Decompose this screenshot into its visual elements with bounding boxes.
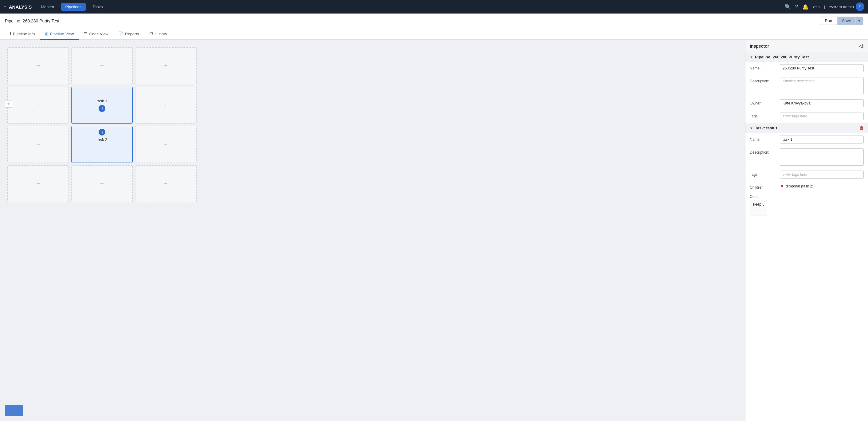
tab-pipeline-info-label: Pipeline Info: [13, 32, 35, 36]
task-name-input[interactable]: [780, 136, 864, 144]
pipeline-owner-label: Owner:: [750, 99, 777, 106]
pipeline-canvas: + + + + task 1 ⋮ + + ⋮ task 2 + + + + +: [0, 40, 745, 421]
pipeline-description-field: Description:: [745, 75, 868, 97]
task-children-field: Children: ✕ temporal (task 2): [745, 181, 868, 192]
info-icon: ℹ: [10, 31, 11, 36]
main-layout: + + + + task 1 ⋮ + + ⋮ task 2 + + + + + …: [0, 40, 868, 421]
task-chevron-icon[interactable]: ▼: [750, 126, 753, 130]
tab-history[interactable]: ⏱ History: [144, 28, 172, 40]
header-actions: Run Save ▾: [820, 17, 863, 25]
grid-icon: ⊞: [45, 31, 49, 36]
minimap: [5, 405, 23, 416]
pipeline-tags-input[interactable]: [780, 112, 864, 120]
tab-reports-label: Reports: [125, 32, 139, 36]
task-tags-input[interactable]: [780, 171, 864, 179]
canvas-cell-3-0[interactable]: +: [7, 165, 69, 202]
canvas-cell-0-2[interactable]: +: [135, 47, 196, 84]
search-icon[interactable]: 🔍: [784, 4, 791, 10]
app-logo: ≡ ANALYSIS: [4, 4, 32, 9]
inspector-title: Inspector: [750, 43, 769, 49]
page-title: Pipeline: 260:280 Purity Test: [5, 19, 59, 23]
canvas-cell-2-2[interactable]: +: [135, 126, 196, 163]
pipeline-owner-field: Owner:: [745, 97, 868, 110]
pipeline-name-input[interactable]: [780, 64, 864, 72]
children-value: temporal (task 2): [786, 184, 813, 188]
children-row: ✕ temporal (task 2): [780, 183, 813, 189]
pipeline-name-field: Name:: [745, 62, 868, 75]
run-button[interactable]: Run: [820, 17, 838, 25]
help-icon[interactable]: ?: [795, 4, 798, 9]
user-name: system admin: [829, 5, 854, 9]
monitor-button[interactable]: Monitor: [36, 3, 58, 11]
pipeline-owner-input[interactable]: [780, 99, 864, 107]
code-icon: ☰: [84, 31, 88, 36]
children-remove-button[interactable]: ✕: [780, 183, 784, 189]
inspector-header: Inspector ◁|: [745, 40, 868, 52]
plus-icon: +: [164, 141, 168, 148]
avatar-initial: S: [859, 5, 862, 9]
bell-icon[interactable]: 🔔: [802, 4, 809, 10]
task-delete-button[interactable]: 🗑: [859, 125, 864, 130]
task-section-header: ▼ Task: task 1 🗑: [745, 123, 868, 133]
task1-label: task 1: [97, 99, 107, 103]
tab-pipeline-view[interactable]: ⊞ Pipeline View: [40, 28, 79, 40]
language-label: esp: [813, 5, 819, 9]
inspector-toggle[interactable]: ◁|: [859, 43, 864, 49]
pipelines-button[interactable]: Pipelines: [61, 3, 86, 11]
task-description-field: Description:: [745, 146, 868, 168]
canvas-cell-task2[interactable]: ⋮ task 2: [71, 126, 133, 163]
pipeline-section-header: ▼ Pipeline: 260:280 Purity Test: [745, 52, 868, 62]
task-name-field: Name:: [745, 133, 868, 146]
plus-icon: +: [164, 180, 168, 187]
pipeline-section-label: Pipeline: 260:280 Purity Test: [755, 55, 809, 59]
task-code-label: Code:: [750, 194, 777, 199]
tab-pipeline-view-label: Pipeline View: [50, 32, 74, 36]
topnav-right: 🔍 ? 🔔 esp | system admin S: [784, 2, 864, 11]
task-section: ▼ Task: task 1 🗑 Name: Description: Tags…: [745, 123, 868, 218]
canvas-left-plus[interactable]: +: [5, 100, 12, 108]
task-children-label: Children:: [750, 183, 777, 190]
save-button[interactable]: Save: [837, 17, 856, 25]
code-content: sleep 5: [752, 202, 765, 207]
pipeline-name-label: Name:: [750, 64, 777, 70]
canvas-cell-3-1[interactable]: +: [71, 165, 133, 202]
pipeline-section: ▼ Pipeline: 260:280 Purity Test Name: De…: [745, 52, 868, 123]
task-section-label: Task: task 1: [755, 126, 777, 130]
canvas-cell-2-0[interactable]: +: [7, 126, 69, 163]
canvas-cell-task1[interactable]: task 1 ⋮: [71, 87, 133, 123]
separator: |: [824, 5, 825, 9]
save-dropdown-button[interactable]: ▾: [856, 17, 863, 25]
tasks-button[interactable]: Tasks: [88, 3, 107, 11]
app-name: ANALYSIS: [9, 4, 32, 9]
canvas-cell-0-0[interactable]: +: [7, 47, 69, 84]
plus-icon: +: [100, 62, 104, 69]
history-icon: ⏱: [149, 31, 153, 36]
reports-icon: 📄: [118, 31, 123, 36]
header-bar: Pipeline: 260:280 Purity Test Run Save ▾: [0, 13, 868, 28]
plus-icon: +: [36, 180, 40, 187]
tab-pipeline-info[interactable]: ℹ Pipeline Info: [5, 28, 40, 40]
task-code-editor[interactable]: sleep 5: [750, 200, 767, 215]
pipeline-description-input[interactable]: [780, 77, 864, 94]
tab-history-label: History: [155, 32, 167, 36]
canvas-cell-1-2[interactable]: +: [135, 87, 196, 123]
avatar[interactable]: S: [856, 2, 864, 11]
plus-icon: +: [36, 62, 40, 69]
task-name-label: Name:: [750, 136, 777, 142]
user-info: system admin S: [829, 2, 864, 11]
task-tags-label: Tags:: [750, 171, 777, 177]
task-description-input[interactable]: [780, 148, 864, 166]
pipeline-chevron-icon[interactable]: ▼: [750, 55, 753, 59]
task1-connector-dot[interactable]: ⋮: [99, 105, 105, 112]
canvas-cell-0-1[interactable]: +: [71, 47, 133, 84]
canvas-cell-3-2[interactable]: +: [135, 165, 196, 202]
canvas-cell-1-0[interactable]: +: [7, 87, 69, 123]
plus-icon: +: [164, 102, 168, 109]
task2-label: task 2: [97, 138, 107, 142]
pipeline-tags-label: Tags:: [750, 112, 777, 118]
tab-reports[interactable]: 📄 Reports: [113, 28, 144, 40]
tab-code-view[interactable]: ☰ Code View: [79, 28, 113, 40]
task2-connector-dot-top[interactable]: ⋮: [99, 129, 105, 136]
task-code-field: Code: sleep 5: [745, 192, 868, 218]
logo-icon: ≡: [4, 4, 6, 9]
